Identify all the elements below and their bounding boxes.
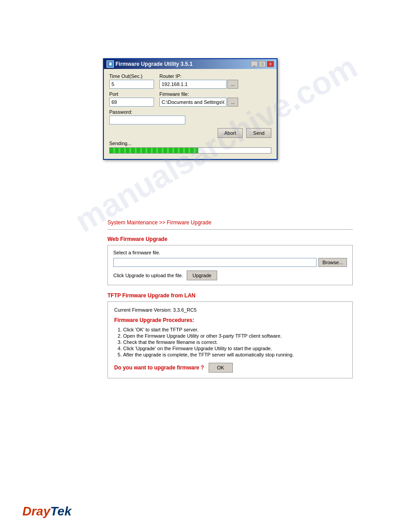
tftp-section-title: TFTP Firmware Upgrade from LAN [107, 292, 353, 299]
breadcrumb: System Maintenance >> Firmware Upgrade [107, 219, 353, 226]
maximize-button[interactable]: □ [259, 61, 266, 67]
window-title: Firmware Upgrade Utility 3.5.1 [116, 61, 193, 67]
sending-text: Sending... [109, 141, 271, 146]
minimize-button[interactable]: _ [251, 61, 258, 67]
web-firmware-box: Select a firmware file. Browse... Click … [107, 245, 353, 285]
progress-bar-fill [110, 148, 198, 153]
firmware-file-label: Firmware file: [159, 91, 271, 97]
window-titlebar: 🖥 Firmware Upgrade Utility 3.5.1 _ □ X [104, 59, 277, 69]
procedures-title: Firmware Upgrade Procedures: [114, 317, 346, 323]
procedure-step-3: Check that the firmware filename is corr… [123, 339, 346, 345]
timeout-label: Time Out(Sec.) [109, 73, 154, 79]
procedure-step-1: Click 'OK' to start the TFTP server. [123, 327, 346, 332]
procedure-step-5: After the upgrade is complete, the TFTP … [123, 352, 346, 357]
abort-button[interactable]: Abort [218, 128, 243, 138]
router-ip-input[interactable] [159, 80, 227, 89]
section-divider [107, 229, 353, 230]
firmware-utility-window: 🖥 Firmware Upgrade Utility 3.5.1 _ □ X T… [103, 58, 278, 160]
ok-button[interactable]: OK [209, 363, 233, 373]
router-ip-label: Router IP: [159, 73, 271, 79]
browse-button[interactable]: Browse... [318, 258, 347, 267]
current-firmware-version: Current Firmware Version: 3.3.6_RC5 [114, 307, 346, 313]
router-ip-browse-button[interactable]: ... [227, 80, 238, 89]
procedures-list: Click 'OK' to start the TFTP server. Ope… [114, 327, 346, 357]
upload-label: Click Upgrade to upload the file. [113, 273, 183, 278]
web-firmware-title: Web Firmware Upgrade [107, 236, 353, 242]
procedure-step-2: Open the Firmware Upgrade Utility or oth… [123, 333, 346, 339]
logo-dray: Dray [22, 504, 50, 518]
upgrade-question: Do you want to upgrade firmware ? [114, 365, 204, 371]
firmware-file-browse-button[interactable]: ... [227, 98, 238, 107]
draytek-logo: DrayTek [22, 504, 71, 519]
window-controls: _ □ X [251, 61, 274, 67]
procedure-step-4: Click 'Upgrade' on the Firmware Upgrade … [123, 346, 346, 351]
password-label: Password: [109, 109, 271, 115]
select-file-label: Select a firmware file. [113, 250, 347, 255]
port-label: Port [109, 91, 154, 97]
port-input[interactable] [109, 98, 154, 107]
firmware-file-input[interactable] [159, 98, 227, 107]
window-icon: 🖥 [107, 60, 114, 68]
progress-bar [109, 147, 271, 154]
logo-tek: Tek [50, 504, 71, 518]
send-button[interactable]: Send [246, 128, 271, 138]
tftp-box: Current Firmware Version: 3.3.6_RC5 Firm… [107, 301, 353, 378]
timeout-input[interactable] [109, 80, 154, 89]
firmware-file-field[interactable] [113, 258, 317, 267]
upgrade-button[interactable]: Upgrade [187, 270, 217, 280]
password-input[interactable] [109, 116, 185, 124]
close-button[interactable]: X [267, 61, 274, 67]
main-content: System Maintenance >> Firmware Upgrade W… [107, 219, 353, 378]
